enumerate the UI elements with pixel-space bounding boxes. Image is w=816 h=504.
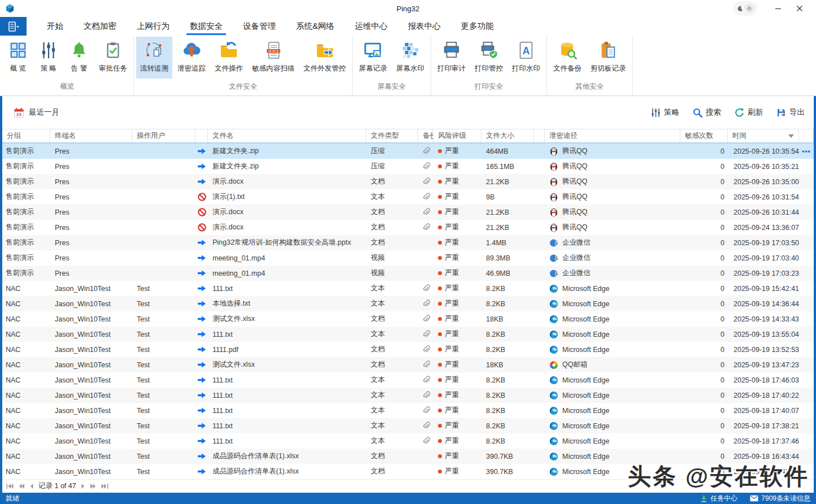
ribbon-button[interactable]: 流转追溯 [136,37,172,79]
ribbon-button[interactable]: 文件操作 [211,37,247,79]
table-row[interactable]: 售前演示Pres新建文件夹.zip压缩严重464MB腾讯QQ02025-09-2… [2,144,814,159]
table-row[interactable]: 售前演示PresPing32常规培训-如何构建数据安全高墙.pptx文档严重1.… [2,235,814,250]
table-row[interactable]: 售前演示Pres新建文件夹.zip压缩严重165.1MB腾讯QQ02025-09… [2,159,814,174]
row-more-button[interactable]: ••• [802,147,811,155]
ribbon-button[interactable]: 审批任务 [95,37,131,79]
cell-group: 售前演示 [2,189,50,205]
cell-time: 2025-09-18 17:46:03 [728,372,799,388]
ribbon-button[interactable]: 文件备份 [549,37,585,79]
cell-filesize: 21.2KB [481,220,534,235]
column-header[interactable]: 泄密途径 [545,129,680,142]
cell-time: 2025-09-18 17:40:22 [728,388,799,403]
ribbon-button[interactable]: 概 览 [3,37,33,79]
table-row[interactable]: 售前演示Presmeeting_01.mp4视频严重46.9MB企业微信0202… [2,266,814,281]
cell-file-action [196,250,208,266]
ribbon-button[interactable]: 屏幕记录 [355,37,391,79]
cell-spacer [534,388,545,403]
column-header[interactable]: 文件名 [208,129,366,142]
ribbon-button[interactable]: 屏幕水印 [392,37,428,79]
table-row[interactable]: NACJason_Win10TestTest测试文件.xlsx文档严重18KBM… [2,311,814,327]
ribbon-button[interactable]: 剪切板记录 [587,37,630,79]
close-button[interactable] [790,1,809,16]
date-range-filter[interactable]: 23 最近一月 [14,107,59,118]
table-row[interactable]: NACJason_Win10TestTest成品源码合作清单表(1).xlsx文… [2,464,814,479]
menu-tab-9[interactable]: 更多功能 [459,17,496,36]
nav-next-button[interactable] [80,483,85,489]
app-menu-button[interactable] [0,17,27,36]
table-row[interactable]: 售前演示Presmeeting_01.mp4视频严重89.3MB企业微信0202… [2,250,814,266]
cell-sensitive-count: 0 [680,388,728,403]
table-row[interactable]: NACJason_Win10TestTest111.txt文本严重8.2KBMi… [2,372,814,388]
ribbon-button[interactable]: 敏感内容扫描 [248,37,298,79]
printctl-icon [479,41,498,60]
column-header[interactable]: 文件类型 [366,129,418,142]
ribbon-button-label: 屏幕记录 [359,64,387,73]
column-header[interactable]: 文件大小 [481,129,534,142]
table-row[interactable]: 售前演示Pres演示.docx文档严重21.2KB腾讯QQ02025-09-26… [2,174,814,189]
messages-button[interactable]: 7909条未读信息 [750,494,810,503]
nav-next-page-button[interactable] [89,483,97,489]
ribbon-button[interactable]: 策 略 [34,37,63,79]
nav-prev-page-button[interactable] [18,483,25,489]
toolbar-export-button[interactable]: 导出 [776,107,805,118]
table-row[interactable]: NACJason_Win10TestTest成品源码合作清单表(1).xlsx文… [2,449,814,464]
menu-tab-6[interactable]: 系统&网络 [294,17,337,36]
table-row[interactable]: NACJason_Win10TestTest111.txt文本严重8.2KBMi… [2,403,814,418]
risk-dot-icon [438,409,442,412]
cell-more [799,189,814,205]
toolbar-search-button[interactable]: 搜索 [693,107,721,118]
cell-file-action [196,235,208,250]
cell-channel: Microsoft Edge [545,342,680,357]
table-row[interactable]: NACJason_Win10TestTest测试文件.xlsx文档严重18KBQ… [2,357,814,372]
table-row[interactable]: 售前演示Pres演示.docx文档严重21.2KB腾讯QQ02025-09-24… [2,220,814,235]
cell-filename: 演示.docx [208,205,366,220]
minimize-button[interactable] [769,1,788,16]
cell-terminal: Jason_Win10Test [50,296,132,311]
column-header[interactable]: 风险评级 [433,129,481,142]
menu-tab-4[interactable]: 数据安全 [188,17,225,36]
menu-tab-8[interactable]: 报表中心 [406,17,443,36]
nav-first-button[interactable] [6,483,14,489]
table-row[interactable]: NACJason_Win10TestTest1111.pdf文档严重8.2KBM… [2,342,814,357]
column-header[interactable]: 时间 [728,129,799,142]
ribbon-button[interactable]: 泄密追踪 [173,37,210,79]
ribbon-button[interactable]: 告 警 [64,37,94,79]
ribbon-button[interactable]: 文件外发管控 [300,37,350,79]
table-row[interactable]: NACJason_Win10TestTest111.txt文本严重8.2KBMi… [2,281,814,296]
menu-tab-2[interactable]: 文档加密 [81,17,119,36]
nav-last-button[interactable] [101,483,109,489]
cell-backup [418,311,433,327]
ribbon-button[interactable]: A打印水印 [508,37,544,79]
menu-tab-1[interactable]: 开始 [45,17,66,36]
column-header[interactable]: 终端名 [50,129,132,142]
column-header[interactable] [534,129,545,142]
toolbar-refresh-button[interactable]: 刷新 [735,107,763,118]
toolbar-sliders-button[interactable]: 策略 [651,107,679,118]
cell-risk: 严重 [433,174,481,189]
table-row[interactable]: NACJason_Win10TestTest本地选择.txt文本严重8.2KBM… [2,296,814,311]
task-center-button[interactable]: 任务中心 [700,494,737,503]
column-header[interactable]: 操作用户 [132,129,196,142]
ribbon-button[interactable]: 打印管控 [471,37,507,79]
table-row[interactable]: NACJason_Win10TestTest111.txt文本严重8.2KBMi… [2,327,814,342]
cell-user: Test [132,342,196,357]
table-row[interactable]: 售前演示Pres演示(1).txt文本严重9B腾讯QQ02025-09-26 1… [2,189,814,205]
table-row[interactable]: 售前演示Pres演示.docx文档严重21.2KB腾讯QQ02025-09-26… [2,205,814,220]
table-row[interactable]: NACJason_Win10TestTest111.txt文本严重8.2KBMi… [2,388,814,403]
table-row[interactable]: NACJason_Win10TestTest111.txt文本严重8.2KBMi… [2,433,814,449]
menu-tab-3[interactable]: 上网行为 [134,17,172,36]
menu-tab-5[interactable]: 设备管理 [241,17,278,36]
column-header[interactable] [799,129,814,142]
column-header[interactable]: 敏感次数 [680,129,728,142]
theme-toggle[interactable] [733,2,757,15]
nav-prev-button[interactable] [29,483,34,489]
table-row[interactable]: NACJason_Win10TestTest111.txt文本严重8.2KBMi… [2,418,814,433]
ribbon-button[interactable]: 打印审计 [433,37,470,79]
column-header[interactable]: 分组 [2,129,50,142]
column-header[interactable] [196,129,208,142]
menu-tab-7[interactable]: 运维中心 [353,17,390,36]
column-header[interactable]: 备份 [418,129,433,142]
sliders-icon [651,108,661,118]
paperclip-icon [422,223,430,232]
risk-dot-icon [438,180,442,184]
